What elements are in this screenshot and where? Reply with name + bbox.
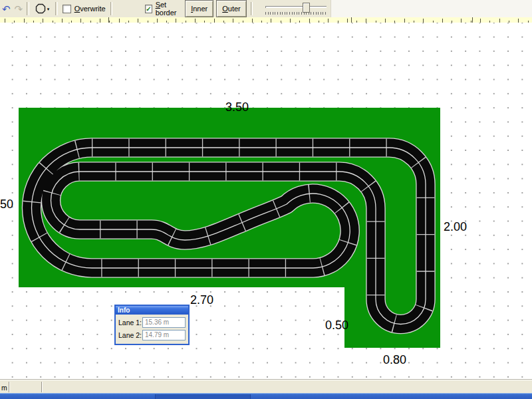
overwrite-label: Overwrite	[74, 5, 106, 13]
overwrite-checkbox[interactable]	[63, 5, 71, 13]
design-canvas[interactable]	[0, 23, 532, 380]
redo-icon[interactable]: ↷	[13, 4, 25, 14]
dimension-label-left: 1.50	[0, 198, 13, 211]
status-separator	[9, 382, 9, 392]
info-dialog-titlebar[interactable]: Info	[116, 306, 188, 315]
slider-thumb[interactable]	[303, 3, 310, 13]
zoom-slider[interactable]	[259, 1, 331, 16]
status-bar: m	[0, 380, 532, 394]
taskbar-strip[interactable]	[0, 393, 532, 399]
overwrite-checkbox-group[interactable]: Overwrite	[63, 5, 106, 13]
outer-button[interactable]: Outer	[216, 0, 247, 17]
track-svg	[0, 23, 532, 380]
track-layout[interactable]	[32, 148, 426, 325]
undo-icon[interactable]: ↶	[0, 4, 13, 14]
toolbar-row: ↶ ↷ ▾ Overwrite ✓ Set border Inner Outer	[0, 0, 532, 17]
set-border-label: Set border	[156, 1, 180, 17]
lane1-label: Lane 1:	[118, 319, 142, 327]
dimension-label-right: 2.00	[444, 220, 467, 234]
dimension-label-bottom: 0.80	[383, 353, 406, 367]
toolbar-separator	[251, 2, 253, 15]
set-border-checkbox[interactable]: ✓	[145, 5, 152, 13]
info-dialog-body: Lane 1: 15.36 m Lane 2: 14.79 m	[116, 315, 188, 344]
dimension-label-top: 3.50	[225, 100, 249, 114]
toolbar-separator	[110, 2, 113, 15]
track-designer-app: ↶ ↷ ▾ Overwrite ✓ Set border Inner Outer	[0, 0, 532, 399]
lane1-value-field[interactable]: 15.36 m	[142, 317, 186, 328]
taskbar-button-segment[interactable]	[155, 394, 251, 399]
status-separator	[41, 382, 42, 392]
ruler-separator	[351, 17, 352, 23]
lane2-row: Lane 2: 14.79 m	[118, 330, 186, 340]
main-toolbar: ↶ ↷ ▾ Overwrite ✓ Set border Inner Outer	[0, 0, 331, 17]
chevron-down-icon: ▾	[47, 7, 50, 11]
toolbar-separator	[55, 2, 58, 15]
status-text: m	[1, 384, 7, 392]
info-dialog: Info Lane 1: 15.36 m Lane 2: 14.79 m	[114, 305, 190, 345]
lane2-value-field[interactable]: 14.79 m	[142, 330, 186, 340]
shape-select-button[interactable]: ▾	[33, 2, 53, 15]
dimension-label-notch: 0.50	[325, 319, 348, 332]
dimension-label-bottom-mid: 2.70	[190, 293, 213, 307]
ruler-separator	[472, 17, 473, 23]
lane2-label: Lane 2:	[118, 331, 142, 339]
slider-groove[interactable]	[265, 6, 327, 8]
lane1-row: Lane 1: 15.36 m	[118, 317, 186, 328]
slider-ticks	[265, 12, 327, 15]
octagon-icon	[35, 3, 46, 14]
toolbar-separator	[27, 2, 29, 15]
inner-button[interactable]: Inner	[185, 0, 213, 17]
set-border-checkbox-group[interactable]: ✓ Set border	[145, 1, 180, 17]
ruler-separator	[108, 17, 109, 23]
